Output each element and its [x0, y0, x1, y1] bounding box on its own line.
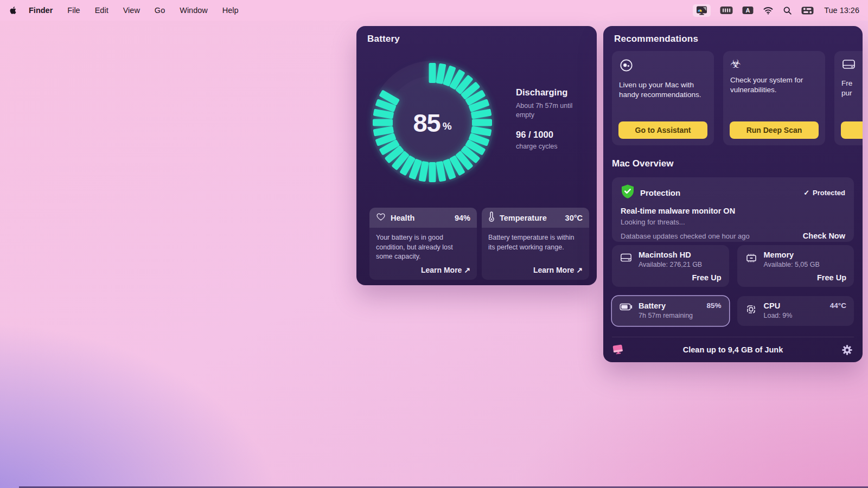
battery-icon: [620, 301, 633, 320]
menubar-clock[interactable]: Tue 13:26: [824, 6, 859, 15]
cpu-stat-value: 44°C: [830, 301, 846, 310]
stat-title: Macintosh HD: [639, 251, 702, 259]
thermometer-icon: [488, 211, 495, 224]
recommendation-text: Check your system for vulnerabilities.: [730, 75, 818, 95]
temperature-description: Battery temperature is within its perfec…: [482, 228, 589, 252]
stat-title: Memory: [764, 251, 820, 259]
temperature-value: 30°C: [565, 214, 583, 222]
protection-card: Protection ✓ Protected Real-time malware…: [612, 177, 854, 242]
input-source-icon[interactable]: A: [742, 6, 754, 15]
battery-percent: 85 %: [366, 56, 499, 189]
apple-menu-icon[interactable]: [9, 5, 18, 16]
recommendation-card-space: Fre pur: [834, 51, 863, 145]
run-deep-scan-button[interactable]: Run Deep Scan: [730, 121, 819, 139]
menubar-app-name[interactable]: Finder: [29, 6, 53, 15]
battery-stat-value: 85%: [706, 301, 721, 310]
go-to-assistant-button[interactable]: Go to Assistant: [618, 121, 707, 139]
recommendation-card-assistant: Liven up your Mac with handy recommendat…: [612, 51, 714, 145]
free-up-space-button[interactable]: [841, 121, 863, 139]
memory-chip-icon: [745, 251, 758, 281]
panel-footer: Clean up to 9,4 GB of Junk: [612, 337, 854, 362]
mac-overview-title: Mac Overview: [612, 158, 673, 169]
battery-gauge: 85 %: [366, 56, 499, 189]
free-up-disk-button[interactable]: Free Up: [692, 273, 722, 282]
protection-status-badge: ✓ Protected: [803, 189, 845, 197]
keyboard-menubar-icon[interactable]: [720, 6, 733, 15]
menu-edit[interactable]: Edit: [95, 6, 108, 15]
assistant-icon: [619, 65, 634, 74]
battery-cycles-label: charge cycles: [516, 143, 591, 150]
hard-drive-icon: [620, 251, 633, 281]
menubar: Finder File Edit View Go Window Help: [0, 0, 868, 21]
battery-time-remaining: About 7h 57m until empty: [516, 101, 591, 120]
heart-icon: [376, 212, 386, 223]
menu-file[interactable]: File: [67, 6, 80, 15]
protection-title: Protection: [640, 188, 680, 197]
battery-status-block: Discharging About 7h 57m until empty 96 …: [516, 87, 591, 150]
svg-text:A: A: [746, 7, 750, 14]
stat-subtitle: Available: 276,21 GB: [639, 261, 702, 268]
recommendations-panel: Recommendations Liven up your Mac with h…: [603, 26, 863, 362]
health-value: 94%: [455, 214, 470, 222]
protection-db-status: Database updates checked one hour ago: [621, 232, 750, 240]
cpu-chip-icon: [745, 301, 758, 320]
stat-subtitle: Available: 5,05 GB: [764, 261, 820, 268]
stat-card-battery[interactable]: Battery 7h 57m remaining 85%: [612, 296, 729, 326]
recommendation-text-line1: Fre: [841, 79, 863, 88]
stat-subtitle: 7h 57m remaining: [639, 312, 693, 319]
stat-title: CPU: [764, 301, 793, 310]
spotlight-search-icon[interactable]: [783, 6, 792, 15]
recommendation-text: Liven up your Mac with handy recommendat…: [619, 80, 707, 100]
battery-cycles-value: 96 / 1000: [516, 130, 591, 140]
menu-go[interactable]: Go: [155, 6, 165, 15]
battery-panel: Battery 85 % Discharging About 7h 57m un…: [356, 26, 597, 285]
recommendation-card-scan: ☣ Check your system for vulnerabilities.…: [723, 51, 825, 145]
cleanmymac-menubar-icon[interactable]: [693, 4, 711, 17]
battery-state: Discharging: [516, 87, 591, 98]
check-now-button[interactable]: Check Now: [803, 232, 845, 240]
recommendation-text-line2: pur: [841, 88, 863, 98]
check-icon: ✓: [803, 189, 809, 197]
drive-icon: [841, 63, 856, 73]
battery-health-card: Health 94% Your battery is in good condi…: [369, 208, 477, 280]
menu-window[interactable]: Window: [180, 6, 208, 15]
shield-check-icon: [621, 184, 635, 201]
health-learn-more-link[interactable]: Learn More ↗: [369, 266, 477, 280]
menu-help[interactable]: Help: [222, 6, 239, 15]
biohazard-icon: ☣: [730, 57, 741, 70]
menu-view[interactable]: View: [123, 6, 140, 15]
battery-panel-title: Battery: [367, 34, 400, 44]
control-center-icon[interactable]: [801, 7, 814, 15]
health-description: Your battery is in good condition, but a…: [369, 228, 477, 262]
stat-subtitle: Load: 9%: [764, 312, 793, 319]
stat-card-macintosh-hd[interactable]: Macintosh HD Available: 276,21 GB Free U…: [612, 245, 729, 287]
stat-card-memory[interactable]: Memory Available: 5,05 GB Free Up: [737, 245, 854, 287]
health-title: Health: [391, 214, 414, 222]
stat-card-cpu[interactable]: CPU Load: 9% 44°C: [737, 296, 854, 326]
gear-icon[interactable]: [841, 344, 853, 358]
battery-temperature-card: Temperature 30°C Battery temperature is …: [482, 208, 589, 280]
temperature-learn-more-link[interactable]: Learn More ↗: [482, 266, 589, 280]
protection-activity: Looking for threats...: [621, 218, 845, 226]
recommendations-title: Recommendations: [614, 34, 698, 44]
clean-up-junk-button[interactable]: Clean up to 9,4 GB of Junk: [612, 345, 854, 354]
free-up-memory-button[interactable]: Free Up: [817, 273, 846, 282]
protection-monitor-status: Real-time malware monitor ON: [621, 207, 845, 215]
wifi-icon[interactable]: [763, 6, 774, 15]
stat-title: Battery: [639, 301, 693, 310]
temperature-title: Temperature: [500, 214, 547, 222]
